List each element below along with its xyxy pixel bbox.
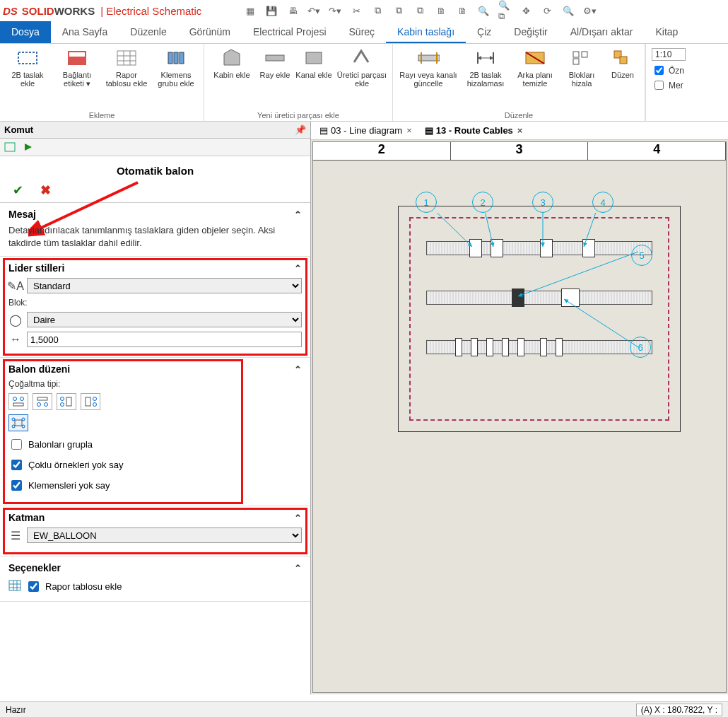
collapse-icon[interactable]: ⌃ [294, 263, 302, 274]
rb-report[interactable]: Rapor tablosu ekle [103, 45, 150, 110]
katman-select[interactable]: EW_BALLOON [27, 527, 302, 543]
menu-book[interactable]: Kitap [644, 21, 689, 43]
opt-ozn[interactable]: Özn [652, 64, 689, 77]
collapse-icon[interactable]: ⌃ [294, 563, 302, 573]
svg-rect-39 [86, 397, 90, 406]
close-icon[interactable]: × [405, 125, 413, 136]
menu-change[interactable]: Değiştir [503, 21, 558, 43]
pan-icon[interactable]: ✥ [519, 4, 532, 17]
rb-blok[interactable]: Blokları hizala [561, 45, 602, 110]
drawing-ruler: 2 3 4 [313, 142, 726, 161]
zoomarea-icon[interactable]: 🔍⧉ [498, 4, 511, 17]
status-coord: (A) X : 180.7822, Y : [636, 704, 722, 716]
pin-icon[interactable]: 📌 [295, 124, 306, 135]
search-icon[interactable]: 🔍 [562, 4, 575, 17]
tool-play-icon[interactable] [21, 140, 35, 154]
section-katman: Katman⌃ ☰ EW_BALLOON [0, 506, 310, 556]
paste2-icon[interactable]: ⧉ [413, 4, 426, 17]
menu-draw[interactable]: Çiz [466, 21, 503, 43]
pattern-around-icon[interactable] [8, 414, 28, 431]
menu-project[interactable]: Electrical Projesi [242, 21, 337, 43]
chk-coklu[interactable]: Çoklu örnekleri yok say [8, 457, 302, 472]
document-tabs: ▤03 - Line diagram× ▤13 - Route Cables× [311, 122, 728, 140]
menu-home[interactable]: Ana Sayfa [51, 21, 119, 43]
tool-rect-icon[interactable] [3, 140, 17, 154]
gear-icon[interactable]: ⚙▾ [583, 4, 596, 17]
doc-tab-2[interactable]: ▤13 - Route Cables× [421, 124, 529, 137]
ok-button[interactable]: ✔ [13, 182, 23, 198]
svg-point-46 [22, 425, 25, 428]
collapse-icon[interactable]: ⌃ [294, 364, 302, 375]
cabinet-drawing [405, 213, 674, 425]
scale-select[interactable]: 1:10 [652, 48, 686, 61]
rb-rayguncelle[interactable]: Rayı veya kanalı güncelle [397, 45, 459, 110]
rb-duzen[interactable]: Düzen [605, 45, 640, 110]
collapse-icon[interactable]: ⌃ [294, 209, 302, 220]
collapse-icon[interactable]: ⌃ [294, 513, 302, 523]
cut-icon[interactable]: ✂ [350, 4, 363, 17]
rb-uretici[interactable]: Üretici parçası ekle [336, 45, 388, 110]
komut-pane-header: Komut 📌 [0, 122, 310, 139]
rb-ray[interactable]: Ray ekle [258, 45, 292, 110]
pattern-bottom-icon[interactable] [33, 393, 52, 410]
close-icon[interactable]: × [516, 125, 524, 136]
svg-rect-47 [9, 581, 20, 590]
svg-point-34 [37, 403, 41, 407]
blok-select[interactable]: Daire [27, 312, 302, 327]
lider-style-select[interactable]: Standard [27, 278, 302, 293]
balloon-6[interactable]: 6 [630, 337, 651, 358]
menu-file[interactable]: Dosya [0, 21, 51, 43]
svg-rect-2 [69, 52, 85, 57]
menu-cabinet[interactable]: Kabin taslağı [386, 21, 466, 43]
balloon-5[interactable]: 5 [631, 245, 652, 266]
rb-add-outline[interactable]: 2B taslak ekle [4, 45, 51, 110]
balloon-1[interactable]: 1 [416, 192, 437, 213]
rb-klemens[interactable]: Klemens grubu ekle [153, 45, 199, 110]
drawing-canvas[interactable]: 2 3 4 [312, 141, 727, 693]
chk-rapor[interactable]: Rapor tablosu ekle [8, 579, 302, 594]
pattern-left-icon[interactable] [57, 393, 76, 410]
chk-grupla[interactable]: Balonları grupla [8, 437, 302, 452]
rb-hizalama[interactable]: 2B taslak hizalaması [462, 45, 509, 110]
pattern-right-icon[interactable] [81, 393, 100, 410]
doc2-icon[interactable]: 🗎 [456, 4, 469, 17]
balloon-4[interactable]: 4 [592, 192, 613, 213]
redo-icon[interactable]: ↷▾ [329, 4, 341, 17]
ribbon-group-label-3: Düzenle [397, 110, 640, 121]
size-input[interactable] [27, 332, 302, 347]
mesaj-body: Detaylandırılacak tanımlanmış taslaklara… [8, 224, 302, 249]
new-icon[interactable]: ▦ [244, 4, 257, 17]
balloon-2[interactable]: 2 [472, 192, 493, 213]
cancel-button[interactable]: ✖ [40, 182, 51, 198]
rb-conn-label[interactable]: Bağlantı etiketi ▾ [54, 45, 100, 110]
leader-lines [405, 213, 674, 425]
opt-mer[interactable]: Mer [652, 78, 689, 92]
rb-arka[interactable]: Arka planı temizle [512, 45, 558, 110]
pattern-top-icon[interactable] [8, 393, 28, 410]
refresh-icon[interactable]: ⟳ [541, 4, 553, 17]
rb-kanal[interactable]: Kanal ekle [295, 45, 333, 110]
zoom-icon[interactable]: 🔍 [477, 4, 490, 17]
svg-point-36 [61, 397, 64, 401]
paste-icon[interactable]: ⧉ [392, 4, 405, 17]
balloon-shape-icon: ◯ [8, 313, 23, 327]
app-logo-icon: DS [3, 5, 18, 17]
doc-tab-1[interactable]: ▤03 - Line diagram× [315, 124, 418, 137]
menu-process[interactable]: Süreç [338, 21, 387, 43]
menu-bar: Dosya Ana Sayfa Düzenle Görünüm Electric… [0, 21, 728, 44]
undo-icon[interactable]: ↶▾ [307, 4, 320, 17]
menu-edit[interactable]: Düzenle [119, 21, 177, 43]
svg-rect-9 [174, 52, 178, 64]
print-icon[interactable]: 🖶 [286, 4, 299, 17]
chk-klemens[interactable]: Klemensleri yok say [8, 478, 302, 493]
menu-importexport[interactable]: Al/Dışarı aktar [559, 21, 645, 43]
doc1-icon[interactable]: 🗎 [435, 4, 447, 17]
copy-icon[interactable]: ⧉ [371, 4, 384, 17]
doc-icon: ▤ [425, 125, 433, 136]
rb-kabin[interactable]: Kabin ekle [209, 45, 255, 110]
svg-point-44 [22, 418, 25, 421]
balloon-3[interactable]: 3 [532, 192, 553, 213]
menu-view[interactable]: Görünüm [178, 21, 242, 43]
save-icon[interactable]: 💾 [265, 4, 278, 17]
section-balon: Balon düzeni⌃ Çoğaltma tipi: Balonları g… [0, 358, 310, 506]
